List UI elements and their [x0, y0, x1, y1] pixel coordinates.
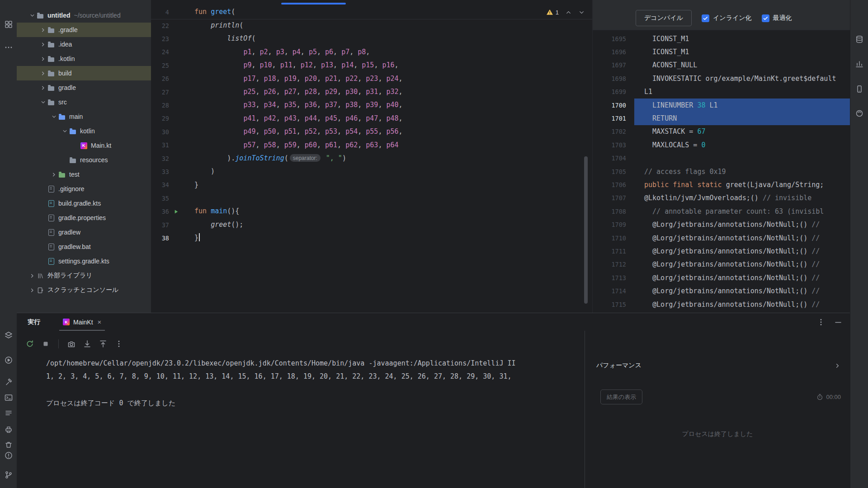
- tree-item[interactable]: Main.kt: [17, 138, 151, 153]
- bytecode-line[interactable]: 1702 MAXSTACK = 67: [593, 125, 850, 138]
- editor-line[interactable]: 27 p25, p26, p27, p28, p29, p30, p31, p3…: [151, 85, 592, 99]
- gradle-icon[interactable]: [854, 108, 864, 118]
- prev-problem-icon[interactable]: [565, 9, 572, 16]
- run-gutter-icon[interactable]: [169, 209, 183, 215]
- services-icon[interactable]: [4, 355, 14, 365]
- chevron-right-icon[interactable]: [28, 272, 36, 279]
- chevron-down-icon[interactable]: [61, 127, 69, 135]
- tree-item[interactable]: main: [17, 109, 151, 124]
- editor-line[interactable]: 32 ).joinToString(separator: ", "): [151, 152, 592, 165]
- chevron-right-icon[interactable]: [39, 70, 47, 77]
- tree-item[interactable]: src: [17, 95, 151, 109]
- chevron-down-icon[interactable]: [50, 113, 58, 120]
- bytecode-line[interactable]: 1695 ICONST_M1: [593, 32, 850, 45]
- tree-item[interactable]: gradle.properties: [17, 211, 151, 225]
- bytecode-line[interactable]: 1705// access flags 0x19: [593, 165, 850, 178]
- tree-item[interactable]: .gitignore: [17, 182, 151, 196]
- warning-badge[interactable]: 1: [546, 9, 559, 16]
- code-area[interactable]: 22 println(23 listOf(24 p1, p2, p3, p4, …: [151, 19, 592, 245]
- chevron-right-icon[interactable]: [28, 286, 36, 294]
- bytecode-line[interactable]: 1712 @Lorg/jetbrains/annotations/NotNull…: [593, 258, 850, 271]
- chevron-right-icon[interactable]: [39, 26, 47, 33]
- tree-item[interactable]: 外部ライブラリ: [17, 268, 151, 283]
- editor-line[interactable]: 31 p57, p58, p59, p60, p61, p62, p63, p6…: [151, 139, 592, 152]
- editor-line[interactable]: 26 p17, p18, p19, p20, p21, p22, p23, p2…: [151, 72, 592, 85]
- problems-icon[interactable]: [4, 450, 14, 460]
- close-tab-icon[interactable]: ×: [98, 318, 102, 326]
- tree-item[interactable]: gradle: [17, 80, 151, 95]
- printer-icon[interactable]: [4, 425, 14, 435]
- bytecode-line[interactable]: 1700 LINENUMBER 38 L1: [593, 99, 850, 112]
- bytecode-line[interactable]: 1707@Lkotlin/jvm/JvmOverloads;() // invi…: [593, 192, 850, 205]
- build-icon[interactable]: [4, 377, 14, 387]
- tree-item[interactable]: build: [17, 66, 151, 80]
- chevron-right-icon[interactable]: [39, 84, 47, 91]
- tree-item[interactable]: .gradle: [17, 23, 151, 37]
- tree-item[interactable]: gradlew.bat: [17, 239, 151, 254]
- bytecode-line[interactable]: 1714 @Lorg/jetbrains/annotations/NotNull…: [593, 284, 850, 297]
- more-icon[interactable]: [4, 42, 14, 52]
- editor-scrollbar[interactable]: [584, 156, 588, 304]
- editor-line[interactable]: 29 p41, p42, p43, p44, p45, p46, p47, p4…: [151, 112, 592, 125]
- editor-line[interactable]: 24 p1, p2, p3, p4, p5, p6, p7, p8,: [151, 46, 592, 59]
- more-options-icon[interactable]: [816, 318, 826, 327]
- rerun-icon[interactable]: [25, 339, 35, 349]
- tree-item[interactable]: test: [17, 167, 151, 182]
- editor-line[interactable]: 34}: [151, 178, 592, 192]
- bytecode-listing[interactable]: 1695 ICONST_M11696 ICONST_M11697 ACONST_…: [593, 30, 850, 311]
- tree-item[interactable]: gradlew: [17, 225, 151, 239]
- git-branch-icon[interactable]: [4, 470, 14, 480]
- scroll-down-icon[interactable]: [82, 339, 92, 349]
- stop-icon[interactable]: [41, 339, 51, 349]
- editor-line[interactable]: 33 ): [151, 165, 592, 178]
- tree-item[interactable]: kotlin: [17, 124, 151, 138]
- snapshot-icon[interactable]: [66, 339, 76, 349]
- trash-icon[interactable]: [4, 440, 14, 450]
- tree-item[interactable]: build.gradle.kts: [17, 196, 151, 211]
- optimize-checkbox[interactable]: 最適化: [762, 14, 792, 22]
- editor-line[interactable]: 38}: [151, 231, 592, 244]
- bytecode-line[interactable]: 1711 @Lorg/jetbrains/annotations/NotNull…: [593, 244, 850, 258]
- run-tab-mainkt[interactable]: MainKt ×: [57, 313, 107, 331]
- tree-item[interactable]: .kotlin: [17, 52, 151, 66]
- bytecode-line[interactable]: 1699L1: [593, 85, 850, 99]
- show-results-button[interactable]: 結果の表示: [600, 389, 642, 404]
- editor-line[interactable]: 36fun main(){: [151, 205, 592, 218]
- more-vertical-icon[interactable]: [114, 339, 124, 349]
- tree-item[interactable]: resources: [17, 153, 151, 167]
- bytecode-line[interactable]: 1713 @Lorg/jetbrains/annotations/NotNull…: [593, 271, 850, 284]
- project-grid-icon[interactable]: [4, 19, 14, 29]
- editor-line[interactable]: 30 p49, p50, p51, p52, p53, p54, p55, p5…: [151, 125, 592, 138]
- hide-panel-icon[interactable]: [834, 318, 843, 327]
- editor-line[interactable]: 23 listOf(: [151, 32, 592, 45]
- performance-header[interactable]: パフォーマンス: [585, 357, 850, 374]
- bytecode-line[interactable]: 1698 INVOKESTATIC org/example/MainKt.gre…: [593, 72, 850, 85]
- bytecode-line[interactable]: 1708 // annotable parameter count: 63 (i…: [593, 205, 850, 218]
- tree-item[interactable]: settings.gradle.kts: [17, 254, 151, 268]
- bytecode-line[interactable]: 1701 RETURN: [593, 112, 850, 125]
- bytecode-line[interactable]: 1715 @Lorg/jetbrains/annotations/NotNull…: [593, 298, 850, 311]
- console-output[interactable]: /opt/homebrew/Cellar/openjdk/23.0.2/libe…: [17, 357, 585, 488]
- bytecode-line[interactable]: 1706public final static greet(Ljava/lang…: [593, 178, 850, 191]
- tree-item[interactable]: .idea: [17, 37, 151, 52]
- tree-item[interactable]: untitled~/source/untitled: [17, 8, 151, 23]
- next-problem-icon[interactable]: [578, 9, 585, 16]
- profiler-icon[interactable]: [854, 59, 864, 69]
- database-icon[interactable]: [854, 34, 864, 44]
- chevron-down-icon[interactable]: [28, 12, 36, 19]
- bytecode-line[interactable]: 1697 ACONST_NULL: [593, 59, 850, 72]
- editor-line[interactable]: 35: [151, 192, 592, 205]
- bytecode-line[interactable]: 1710 @Lorg/jetbrains/annotations/NotNull…: [593, 231, 850, 244]
- chevron-right-icon[interactable]: [39, 41, 47, 48]
- bytecode-line[interactable]: 1709 @Lorg/jetbrains/annotations/NotNull…: [593, 218, 850, 231]
- editor-line[interactable]: 37 greet();: [151, 218, 592, 231]
- editor-line[interactable]: 28 p33, p34, p35, p36, p37, p38, p39, p4…: [151, 99, 592, 112]
- editor-line[interactable]: 22 println(: [151, 19, 592, 32]
- bytecode-line[interactable]: 1703 MAXLOCALS = 0: [593, 138, 850, 151]
- chevron-down-icon[interactable]: [39, 99, 47, 106]
- editor-line[interactable]: 25 p9, p10, p11, p12, p13, p14, p15, p16…: [151, 59, 592, 72]
- inline-checkbox[interactable]: インライン化: [702, 14, 752, 22]
- tree-item[interactable]: スクラッチとコンソール: [17, 283, 151, 297]
- todo-icon[interactable]: [4, 408, 14, 418]
- chevron-right-icon[interactable]: [39, 55, 47, 62]
